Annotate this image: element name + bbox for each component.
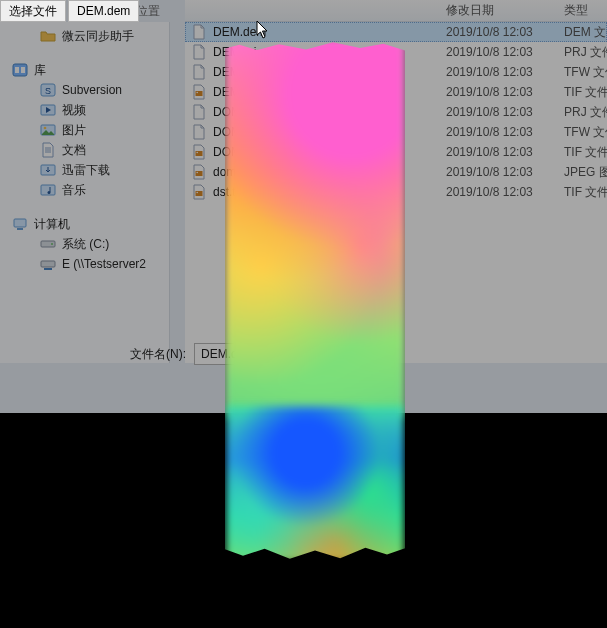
generic-file-icon <box>191 124 207 140</box>
tree-item[interactable]: 音乐 <box>4 180 169 200</box>
svg-point-15 <box>51 243 53 245</box>
svg-rect-12 <box>14 219 26 227</box>
generic-file-icon <box>191 24 207 40</box>
dem-edge-shadow <box>225 38 405 563</box>
tree-item[interactable]: E (\\Testserver2 <box>4 254 169 274</box>
tree-item[interactable]: 视频 <box>4 100 169 120</box>
folder-icon <box>40 28 56 44</box>
file-date: 2019/10/8 12:03 <box>440 185 558 199</box>
music-icon <box>40 182 56 198</box>
tree-item[interactable]: 文档 <box>4 140 169 160</box>
video-icon <box>40 102 56 118</box>
current-file-button[interactable]: DEM.dem <box>68 0 139 22</box>
svg-rect-1 <box>15 67 19 73</box>
tree-item[interactable]: 库 <box>4 60 169 80</box>
file-date: 2019/10/8 12:03 <box>440 145 558 159</box>
svg-point-20 <box>196 152 198 154</box>
file-type: TIF 文件 <box>558 184 607 201</box>
tree-item-label: 视频 <box>62 102 86 119</box>
file-row[interactable]: DEM.dem2019/10/8 12:03DEM 文件 <box>185 22 607 42</box>
folder-tree: 微云同步助手库SSubversion视频图片文档迅雷下载音乐计算机系统 (C:)… <box>0 22 170 363</box>
choose-file-button[interactable]: 选择文件 <box>0 0 66 22</box>
tree-item-label: 库 <box>34 62 46 79</box>
tree-item-label: 迅雷下载 <box>62 162 110 179</box>
tree-item-label: 系统 (C:) <box>62 236 109 253</box>
file-date: 2019/10/8 12:03 <box>440 65 558 79</box>
tree-item-label: 文档 <box>62 142 86 159</box>
tree-item[interactable]: 计算机 <box>4 214 169 234</box>
header-type[interactable]: 类型 <box>558 2 607 19</box>
file-type: TFW 文件 <box>558 124 607 141</box>
svg-rect-19 <box>196 151 203 156</box>
file-type: DEM 文件 <box>558 24 607 41</box>
tree-item-label: 音乐 <box>62 182 86 199</box>
document-icon <box>40 142 56 158</box>
netdrive-icon <box>40 256 56 272</box>
ghost-label: 位置 <box>136 3 160 20</box>
file-date: 2019/10/8 12:03 <box>440 165 558 179</box>
tree-item-label: E (\\Testserver2 <box>62 257 146 271</box>
image-file-icon <box>191 164 207 180</box>
image-file-icon <box>191 84 207 100</box>
file-name: DEM.dem <box>213 25 266 39</box>
generic-file-icon <box>191 44 207 60</box>
svg-point-22 <box>196 172 198 174</box>
svg-rect-13 <box>17 228 23 230</box>
tree-item[interactable]: 迅雷下载 <box>4 160 169 180</box>
library-icon <box>12 62 28 78</box>
svg-point-18 <box>196 92 198 94</box>
subversion-icon: S <box>40 82 56 98</box>
download-icon <box>40 162 56 178</box>
file-type: TIF 文件 <box>558 84 607 101</box>
svg-rect-16 <box>41 261 55 267</box>
generic-file-icon <box>191 104 207 120</box>
svg-rect-23 <box>196 191 203 196</box>
svg-rect-2 <box>21 67 25 73</box>
file-date: 2019/10/8 12:03 <box>440 125 558 139</box>
tree-item[interactable]: 图片 <box>4 120 169 140</box>
file-date: 2019/10/8 12:03 <box>440 105 558 119</box>
file-date: 2019/10/8 12:03 <box>440 25 558 39</box>
file-type: JPEG 图像 <box>558 164 607 181</box>
svg-rect-17 <box>196 91 203 96</box>
top-button-bar: 选择文件 DEM.dem <box>0 0 139 22</box>
svg-point-8 <box>44 127 47 130</box>
file-list-header: 修改日期 类型 <box>185 0 607 22</box>
tree-item-label: 计算机 <box>34 216 70 233</box>
dem-preview-overlay <box>225 38 405 563</box>
svg-point-24 <box>196 192 198 194</box>
drive-icon <box>40 236 56 252</box>
svg-text:S: S <box>45 86 51 96</box>
tree-item[interactable]: SSubversion <box>4 80 169 100</box>
svg-point-11 <box>48 191 51 194</box>
picture-icon <box>40 122 56 138</box>
tree-item-label: Subversion <box>62 83 122 97</box>
tree-item-label: 微云同步助手 <box>62 28 134 45</box>
file-type: TIF 文件 <box>558 144 607 161</box>
file-date: 2019/10/8 12:03 <box>440 85 558 99</box>
tree-item[interactable]: 微云同步助手 <box>4 26 169 46</box>
file-type: PRJ 文件 <box>558 104 607 121</box>
computer-icon <box>12 216 28 232</box>
tree-item[interactable]: 系统 (C:) <box>4 234 169 254</box>
svg-rect-21 <box>196 171 203 176</box>
tree-item-label: 图片 <box>62 122 86 139</box>
file-date: 2019/10/8 12:03 <box>440 45 558 59</box>
file-type: TFW 文件 <box>558 64 607 81</box>
generic-file-icon <box>191 64 207 80</box>
file-type: PRJ 文件 <box>558 44 607 61</box>
image-file-icon <box>191 144 207 160</box>
header-date[interactable]: 修改日期 <box>440 2 558 19</box>
image-file-icon <box>191 184 207 200</box>
